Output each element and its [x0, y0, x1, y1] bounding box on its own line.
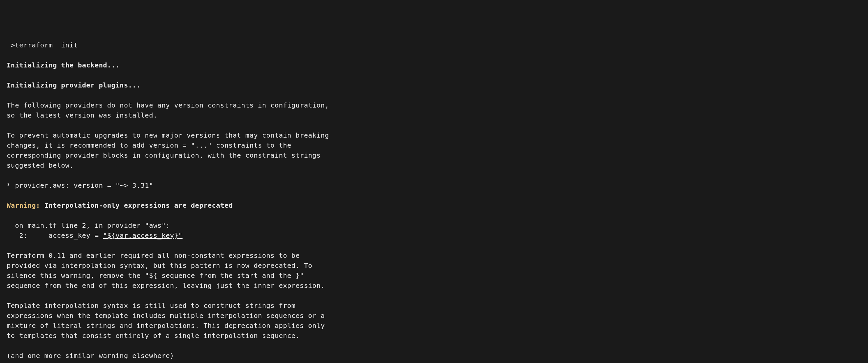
prevent-upgrades: To prevent automatic upgrades to new maj…	[7, 131, 329, 169]
init-plugins: Initializing provider plugins...	[7, 81, 141, 89]
deprecation-para1: Terraform 0.11 and earlier required all …	[7, 251, 325, 290]
warning-label: Warning:	[7, 201, 40, 209]
prompt-line: >terraform init	[7, 41, 78, 49]
warning-location-line2b: "${var.access_key}"	[103, 232, 182, 239]
no-version-constraints: The following providers do not have any …	[7, 101, 329, 119]
warning-location-line1: on main.tf line 2, in provider "aws":	[7, 221, 170, 230]
provider-version: * provider.aws: version = "~> 3.31"	[7, 181, 153, 189]
more-warnings: (and one more similar warning elsewhere)	[7, 352, 174, 360]
terminal-output: >terraform init Initializing the backend…	[7, 40, 861, 363]
warning-message: Interpolation-only expressions are depre…	[40, 201, 233, 209]
warning-location-line2a: 2: access_key =	[7, 232, 103, 239]
deprecation-para2: Template interpolation syntax is still u…	[7, 302, 325, 340]
init-backend: Initializing the backend...	[7, 61, 120, 69]
